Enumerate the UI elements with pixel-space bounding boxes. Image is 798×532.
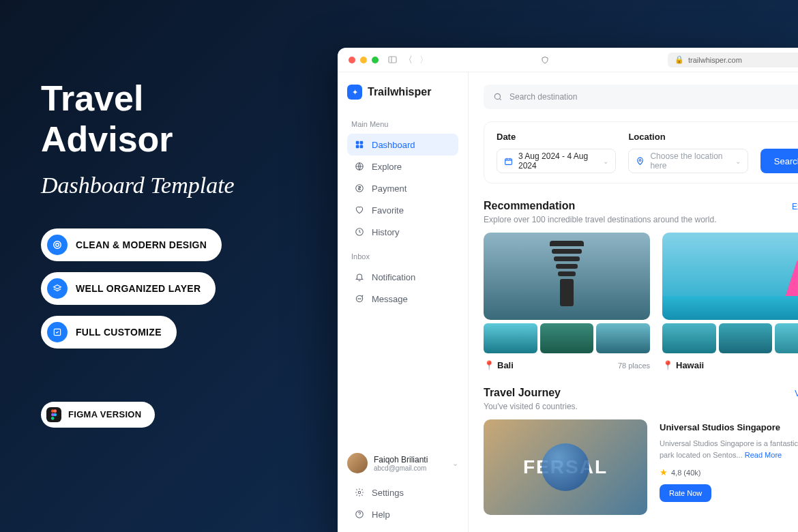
- user-name: Faiqoh Brilianti: [374, 455, 428, 464]
- recommendation-section: Recommendation Explore over 100 incredib…: [484, 200, 798, 370]
- svg-point-22: [494, 93, 500, 99]
- location-picker[interactable]: Choose the location here ⌄: [628, 149, 748, 173]
- sidebar-item-history[interactable]: History: [347, 221, 458, 243]
- read-more-link[interactable]: Read More: [745, 451, 782, 459]
- destination-thumb[interactable]: [662, 323, 716, 353]
- section-subtitle: You've visited 6 countries.: [484, 402, 578, 411]
- sidebar-section-inbox: Inbox: [351, 252, 454, 261]
- dollar-icon: [354, 183, 365, 194]
- svg-point-0: [54, 241, 61, 248]
- destination-card-hawaii[interactable]: 📍Hawaii 52 pla: [662, 233, 798, 370]
- browser-chrome: 〈 〉 🔒 trailwhisper.com ↻: [338, 48, 798, 72]
- layers-icon: [47, 278, 68, 299]
- user-email: abcd@gmail.com: [374, 464, 428, 472]
- close-dot[interactable]: [349, 57, 355, 63]
- destination-thumb[interactable]: [775, 323, 798, 353]
- sidebar-toggle-icon[interactable]: [388, 56, 397, 63]
- svg-point-7: [51, 417, 55, 420]
- svg-point-18: [359, 299, 360, 299]
- sidebar-item-logout[interactable]: Log out: [347, 525, 458, 532]
- shield-icon[interactable]: [541, 56, 549, 64]
- gear-icon: [354, 487, 365, 498]
- destination-hero: [662, 233, 798, 320]
- user-card[interactable]: Faiqoh Brilianti abcd@gmail.com ⌄: [347, 453, 458, 473]
- svg-rect-11: [360, 141, 364, 145]
- destination-hero: [484, 233, 650, 320]
- section-title: Travel Journey: [484, 387, 578, 399]
- lock-icon: 🔒: [675, 55, 684, 64]
- traffic-lights[interactable]: [349, 57, 379, 63]
- explore-more-link[interactable]: Explore M: [792, 202, 798, 211]
- figma-badge: FIGMA VERSION: [41, 402, 155, 428]
- minimize-dot[interactable]: [360, 57, 367, 63]
- rate-now-button[interactable]: Rate Now: [660, 484, 711, 502]
- sidebar-item-payment[interactable]: Payment: [347, 177, 458, 199]
- search-input[interactable]: Search destination: [484, 85, 798, 109]
- date-picker[interactable]: 3 Aug 2024 - 4 Aug 2024 ⌄: [497, 149, 616, 173]
- svg-point-24: [640, 159, 642, 161]
- sidebar-item-settings[interactable]: Settings: [347, 482, 458, 503]
- svg-point-6: [53, 413, 57, 416]
- destination-city: 📍Bali: [484, 360, 514, 370]
- feature-pill-customize: FULL CUSTOMIZE: [41, 316, 177, 349]
- chevron-down-icon: ⌄: [735, 158, 741, 165]
- globe-icon: [354, 161, 365, 172]
- sidebar-item-dashboard[interactable]: Dashboard: [347, 134, 458, 156]
- destination-thumb[interactable]: [540, 323, 594, 353]
- url-bar[interactable]: 🔒 trailwhisper.com ↻: [668, 53, 798, 68]
- sidebar-section-main: Main Menu: [351, 120, 454, 128]
- section-subtitle: Explore over 100 incredible travel desti…: [484, 215, 717, 224]
- svg-point-4: [53, 409, 57, 413]
- sidebar-item-message[interactable]: Message: [347, 288, 458, 310]
- calendar-icon: [504, 157, 513, 166]
- sidebar-item-label: Notification: [372, 272, 415, 282]
- pin-icon: 📍: [484, 360, 494, 370]
- svg-rect-13: [360, 145, 364, 149]
- destination-thumb[interactable]: [719, 323, 773, 353]
- sidebar-item-notification[interactable]: Notification: [347, 266, 458, 288]
- chevron-down-icon: ⌄: [603, 158, 608, 165]
- search-button[interactable]: Search: [760, 149, 798, 173]
- sidebar-item-favorite[interactable]: Favorite: [347, 199, 458, 221]
- edit-icon: [47, 322, 68, 342]
- date-label: Date: [497, 132, 616, 142]
- chat-icon: [354, 293, 365, 304]
- chevron-down-icon[interactable]: ⌄: [452, 459, 458, 468]
- rating-value: 4,8 (40k): [671, 469, 700, 477]
- sidebar-item-label: Favorite: [372, 205, 404, 216]
- maximize-dot[interactable]: [372, 57, 379, 63]
- destination-card-bali[interactable]: 📍Bali 78 places: [484, 233, 650, 370]
- view-history-link[interactable]: View Hist: [795, 389, 798, 398]
- journey-image[interactable]: FERSAL: [484, 419, 647, 515]
- pin-icon: [636, 157, 645, 166]
- brand[interactable]: ✦ Trailwhisper: [347, 85, 458, 100]
- filter-bar: Date 3 Aug 2024 - 4 Aug 2024 ⌄ Location …: [484, 121, 798, 183]
- svg-rect-8: [389, 57, 396, 63]
- target-icon: [47, 235, 68, 255]
- sidebar-item-help[interactable]: Help: [347, 503, 458, 525]
- promo-panel: TravelAdvisor Dashboard Template CLEAN &…: [41, 78, 235, 428]
- location-label: Location: [628, 132, 748, 142]
- svg-point-19: [360, 299, 361, 299]
- forward-icon[interactable]: 〉: [419, 54, 428, 66]
- svg-rect-10: [356, 141, 359, 145]
- search-placeholder: Search destination: [509, 92, 577, 102]
- search-icon: [493, 92, 503, 102]
- sidebar-item-explore[interactable]: Explore: [347, 156, 458, 177]
- feature-pill-clean: CLEAN & MODERN DESIGN: [41, 228, 222, 261]
- feature-pill-organized: WELL ORGANIZED LAYER: [41, 272, 216, 305]
- sidebar-item-label: Message: [372, 294, 408, 304]
- location-placeholder: Choose the location here: [650, 151, 729, 171]
- destination-thumb[interactable]: [596, 323, 650, 353]
- brand-logo-icon: ✦: [347, 85, 362, 100]
- journey-description: Universal Studios Singapore is a fantast…: [660, 438, 798, 460]
- sidebar-item-label: Dashboard: [372, 140, 415, 150]
- help-icon: [354, 509, 365, 520]
- destination-thumb[interactable]: [484, 323, 537, 353]
- svg-rect-23: [505, 158, 512, 164]
- back-icon[interactable]: 〈: [404, 54, 413, 66]
- avatar: [347, 453, 368, 473]
- destination-city: 📍Hawaii: [662, 360, 704, 370]
- rating: ★ 4,8 (40k): [660, 467, 798, 477]
- svg-point-20: [358, 491, 361, 494]
